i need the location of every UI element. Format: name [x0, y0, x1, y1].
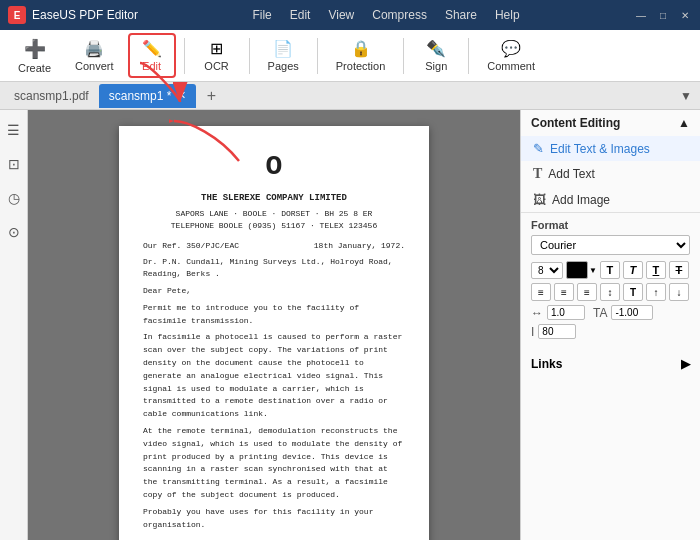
subscript-button[interactable]: ↓: [669, 283, 689, 301]
menu-file[interactable]: File: [252, 8, 271, 22]
ocr-label: OCR: [204, 60, 228, 72]
pdf-company-name: THE SLEREXE COMPANY LIMITED: [143, 192, 405, 206]
toolbar-separator-4: [403, 38, 404, 74]
sign-label: Sign: [425, 60, 447, 72]
tabs-bar: scansmp1.pdf scansmp1 * ✕ + ▼: [0, 82, 700, 110]
comment-label: Comment: [487, 60, 535, 72]
left-sidebar: ☰ ⊡ ◷ ⊙: [0, 110, 28, 540]
text-direction-button[interactable]: T: [623, 283, 643, 301]
superscript-button[interactable]: ↑: [646, 283, 666, 301]
pdf-page: O THE SLEREXE COMPANY LIMITED SAPORS LAN…: [119, 126, 429, 540]
font-size-row: 8 ▼ T T T T: [531, 261, 690, 279]
sidebar-bookmark-icon[interactable]: ⊡: [4, 152, 24, 176]
extra-spacing-input[interactable]: [538, 324, 576, 339]
pdf-body: Dr. P.N. Cundall, Mining Surveys Ltd., H…: [143, 256, 405, 541]
create-label: Create: [18, 62, 51, 74]
pdf-address: SAPORS LANE · BOOLE · DORSET · BH 25 8 E…: [143, 208, 405, 220]
minimize-button[interactable]: —: [634, 8, 648, 22]
toolbar-separator-1: [184, 38, 185, 74]
extra-spacing-row: I: [531, 324, 690, 339]
pdf-ref: Our Ref. 350/PJC/EAC: [143, 240, 239, 252]
menu-bar: File Edit View Compress Share Help: [252, 8, 519, 22]
comment-button[interactable]: 💬 Comment: [477, 35, 545, 76]
add-text-item[interactable]: T Add Text: [521, 161, 700, 187]
right-panel: Content Editing ▲ ✎ Edit Text & Images T…: [520, 110, 700, 540]
protection-icon: 🔒: [351, 39, 371, 58]
font-size-select[interactable]: 8: [531, 262, 563, 279]
v-spacing-label: TA: [593, 306, 607, 320]
pdf-date: 18th January, 1972.: [314, 240, 405, 252]
color-dropdown-icon[interactable]: ▼: [589, 266, 597, 275]
content-editing-title: Content Editing: [531, 116, 620, 130]
font-family-select[interactable]: Courier: [531, 235, 690, 255]
convert-label: Convert: [75, 60, 114, 72]
align-row: ≡ ≡ ≡ ↕ T ↑ ↓: [531, 283, 690, 301]
create-button[interactable]: ➕ Create: [8, 34, 61, 78]
edit-button[interactable]: ✏️ Edit: [128, 33, 176, 78]
align-left-button[interactable]: ≡: [531, 283, 551, 301]
v-spacing-input[interactable]: [611, 305, 653, 320]
protection-button[interactable]: 🔒 Protection: [326, 35, 396, 76]
align-justify-button[interactable]: ↕: [600, 283, 620, 301]
pdf-recipient: Dr. P.N. Cundall, Mining Surveys Ltd., H…: [143, 256, 405, 282]
tab-dropdown-button[interactable]: ▼: [676, 89, 696, 103]
links-header[interactable]: Links ▶: [531, 353, 690, 375]
add-image-label: Add Image: [552, 193, 610, 207]
window-controls: — □ ✕: [634, 8, 692, 22]
tab-add-button[interactable]: +: [200, 85, 222, 107]
ocr-icon: ⊞: [210, 39, 223, 58]
sidebar-history-icon[interactable]: ◷: [4, 186, 24, 210]
italic-button[interactable]: T: [623, 261, 643, 279]
h-spacing-icon: ↔: [531, 306, 543, 320]
horizontal-spacing-row: ↔ TA: [531, 305, 690, 320]
edit-icon: ✏️: [142, 39, 162, 58]
protection-label: Protection: [336, 60, 386, 72]
edit-text-images-item[interactable]: ✎ Edit Text & Images: [521, 136, 700, 161]
align-right-button[interactable]: ≡: [577, 283, 597, 301]
format-title: Format: [531, 219, 690, 231]
sign-button[interactable]: ✒️ Sign: [412, 35, 460, 76]
pdf-viewer: O THE SLEREXE COMPANY LIMITED SAPORS LAN…: [28, 110, 520, 540]
pages-button[interactable]: 📄 Pages: [258, 35, 309, 76]
ocr-button[interactable]: ⊞ OCR: [193, 35, 241, 76]
tab-scansmp1[interactable]: scansmp1.pdf: [4, 84, 99, 108]
add-image-item[interactable]: 🖼 Add Image: [521, 187, 700, 212]
pdf-para1: Permit me to introduce you to the facili…: [143, 302, 405, 328]
convert-button[interactable]: 🖨️ Convert: [65, 35, 124, 76]
add-image-icon: 🖼: [533, 192, 546, 207]
font-color-box[interactable]: [566, 261, 588, 279]
menu-edit[interactable]: Edit: [290, 8, 311, 22]
pages-icon: 📄: [273, 39, 293, 58]
maximize-button[interactable]: □: [656, 8, 670, 22]
toolbar-separator-3: [317, 38, 318, 74]
pdf-telephone: TELEPHONE BOOLE (0935) 51167 · TELEX 123…: [143, 220, 405, 232]
menu-share[interactable]: Share: [445, 8, 477, 22]
pdf-para4: Probably you have uses for this facility…: [143, 506, 405, 532]
underline-button[interactable]: T: [646, 261, 666, 279]
tab-label-1: scansmp1 *: [109, 89, 172, 103]
app-name: EaseUS PDF Editor: [32, 8, 138, 22]
h-spacing-input[interactable]: [547, 305, 585, 320]
format-section: Format Courier 8 ▼ T T T T ≡ ≡ ≡ ↕ T: [521, 213, 700, 349]
extra-spacing-icon: I: [531, 325, 534, 339]
links-title: Links: [531, 357, 562, 371]
pdf-greeting: Dear Pete,: [143, 285, 405, 298]
create-icon: ➕: [24, 38, 46, 60]
menu-compress[interactable]: Compress: [372, 8, 427, 22]
content-editing-header[interactable]: Content Editing ▲: [521, 110, 700, 136]
close-button[interactable]: ✕: [678, 8, 692, 22]
edit-text-images-icon: ✎: [533, 141, 544, 156]
sidebar-thumbnail-icon[interactable]: ☰: [3, 118, 24, 142]
add-text-label: Add Text: [548, 167, 594, 181]
strikethrough-button[interactable]: T: [669, 261, 689, 279]
title-bar: E EaseUS PDF Editor File Edit View Compr…: [0, 0, 700, 30]
app-logo: E: [8, 6, 26, 24]
tab-close-button[interactable]: ✕: [177, 89, 186, 102]
menu-help[interactable]: Help: [495, 8, 520, 22]
sidebar-search-icon[interactable]: ⊙: [4, 220, 24, 244]
bold-button[interactable]: T: [600, 261, 620, 279]
align-center-button[interactable]: ≡: [554, 283, 574, 301]
menu-view[interactable]: View: [328, 8, 354, 22]
pdf-para2: In facsimile a photocell is caused to pe…: [143, 331, 405, 421]
tab-scansmp1-edit[interactable]: scansmp1 * ✕: [99, 84, 197, 108]
